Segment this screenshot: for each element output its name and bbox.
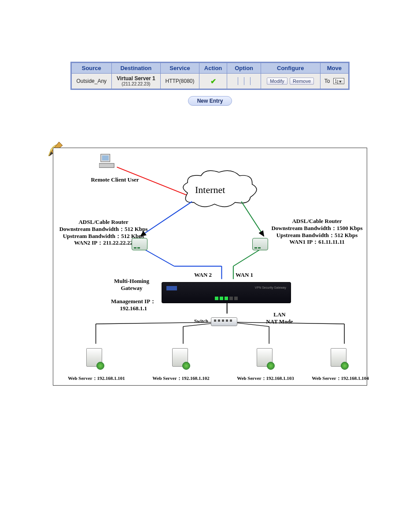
cell-configure: Modify Remove — [261, 74, 320, 89]
col-configure: Configure — [261, 63, 320, 74]
router-wan1-icon — [252, 238, 268, 250]
gateway-device-icon: VPN Security Gateway — [162, 282, 291, 303]
wan2-down: Downstream Bandwidth：512 Kbps — [55, 226, 152, 233]
lan-l1: LAN — [258, 311, 302, 318]
cell-source: Outside_Any — [72, 74, 112, 89]
mgmt-l1: Management IP： — [103, 298, 164, 305]
cell-move: To 1▼ — [320, 74, 348, 89]
modify-button[interactable]: Modify — [267, 78, 287, 85]
cell-destination: Virtual Server 1 (211.22.22.23) — [111, 74, 161, 89]
dest-name: Virtual Server 1 — [114, 75, 158, 82]
server-3-icon — [257, 348, 274, 373]
switch-label: Switch — [194, 318, 208, 324]
server-3-label: Web Server：192.168.1.103 — [230, 375, 301, 381]
remote-client-icon — [99, 153, 116, 171]
new-entry-button[interactable]: New Entry — [188, 96, 232, 106]
col-service: Service — [161, 63, 199, 74]
internet-label: Internet — [195, 184, 225, 196]
router-wan2-icon — [132, 238, 147, 250]
policy-table: Source Destination Service Action Option… — [70, 62, 350, 90]
wan1-up: Upstream Bandwidth：512 Kbps — [265, 232, 369, 239]
col-option: Option — [227, 63, 261, 74]
mhg-l1: Multi-Homing — [105, 278, 158, 285]
server-4-label: Web Server：192.168.1.104 — [305, 375, 376, 381]
svg-rect-19 — [99, 163, 114, 168]
col-source: Source — [72, 63, 112, 74]
wan2-text: WAN 2 — [194, 271, 212, 279]
mhg-l2: Gateway — [105, 285, 158, 292]
chevron-down-icon: ▼ — [337, 80, 343, 84]
table-row: Outside_Any Virtual Server 1 (211.22.22.… — [72, 74, 349, 89]
remove-button[interactable]: Remove — [290, 78, 314, 85]
svg-rect-18 — [102, 156, 109, 160]
server-2-icon — [172, 348, 190, 373]
network-diagram: Remote Client User Internet ADSL/Cable R… — [53, 148, 367, 386]
dest-ip: (211.22.22.23) — [114, 82, 158, 87]
switch-icon — [211, 317, 237, 326]
wan2-router-label: ADSL/Cable Router — [55, 219, 152, 226]
wan1-ip: WAN1 IP：61.11.11.11 — [265, 238, 369, 245]
move-select[interactable]: 1▼ — [333, 78, 344, 84]
svg-line-2 — [241, 202, 264, 236]
cell-service: HTTP(8080) — [161, 74, 199, 89]
cell-option — [227, 74, 261, 89]
cell-action: ✔ — [199, 74, 227, 89]
move-label: To — [324, 78, 330, 84]
wan1-down: Downstream Bandwidth：1500 Kbps — [265, 225, 369, 232]
server-2-label: Web Server：192.168.1.102 — [146, 375, 216, 381]
wan1-router-label: ADSL/Cable Router — [265, 218, 369, 225]
col-move: Move — [320, 63, 348, 74]
remote-user-label: Remote Client User — [84, 176, 146, 183]
server-1-icon — [86, 348, 104, 373]
wan1-text: WAN 1 — [236, 271, 253, 279]
server-1-label: Web Server：192.168.1.101 — [61, 375, 132, 381]
server-4-icon — [331, 348, 348, 373]
col-destination: Destination — [111, 63, 161, 74]
lan-l2: NAT Mode — [258, 318, 302, 325]
checkmark-icon: ✔ — [210, 78, 216, 85]
mgmt-l2: 192.168.1.1 — [103, 305, 164, 312]
col-action: Action — [199, 63, 227, 74]
